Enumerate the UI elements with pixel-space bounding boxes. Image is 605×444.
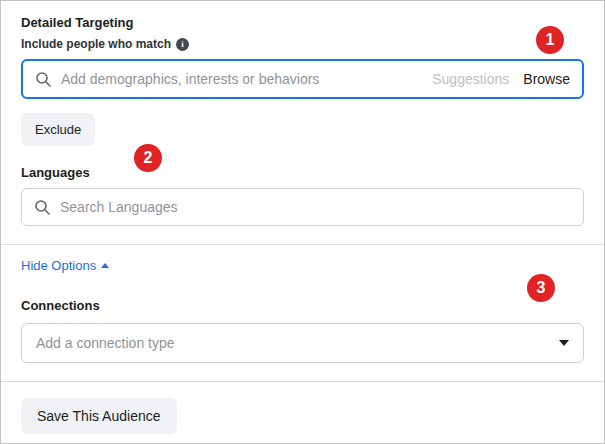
connection-type-placeholder: Add a connection type	[36, 335, 559, 351]
hide-options-link[interactable]: Hide Options	[21, 258, 109, 273]
divider	[1, 244, 604, 245]
annotation-badge-3: 3	[527, 274, 555, 302]
include-people-row: Include people who match i	[21, 37, 584, 51]
include-people-label: Include people who match	[21, 37, 171, 51]
exclude-button[interactable]: Exclude	[21, 113, 95, 146]
chevron-down-icon[interactable]	[559, 340, 569, 346]
annotation-badge-1: 1	[536, 26, 564, 54]
connection-type-dropdown[interactable]: Add a connection type	[21, 323, 584, 363]
hide-options-label: Hide Options	[21, 258, 96, 273]
save-audience-button[interactable]: Save This Audience	[21, 398, 177, 434]
detailed-targeting-search[interactable]: Suggestions Browse	[21, 59, 584, 99]
languages-label: Languages	[21, 165, 584, 180]
info-icon[interactable]: i	[176, 38, 189, 51]
connections-label: Connections	[21, 298, 584, 313]
search-icon	[34, 199, 50, 215]
languages-search[interactable]	[21, 188, 584, 226]
divider	[1, 381, 604, 382]
languages-input[interactable]	[60, 199, 571, 215]
search-icon	[35, 71, 51, 87]
detailed-targeting-input[interactable]	[61, 71, 432, 87]
detailed-targeting-title: Detailed Targeting	[21, 15, 584, 30]
annotation-badge-2: 2	[134, 144, 162, 172]
suggestions-link[interactable]: Suggestions	[432, 71, 509, 87]
browse-link[interactable]: Browse	[523, 71, 570, 87]
chevron-up-icon	[101, 263, 109, 268]
audience-targeting-panel: Detailed Targeting Include people who ma…	[0, 0, 605, 444]
